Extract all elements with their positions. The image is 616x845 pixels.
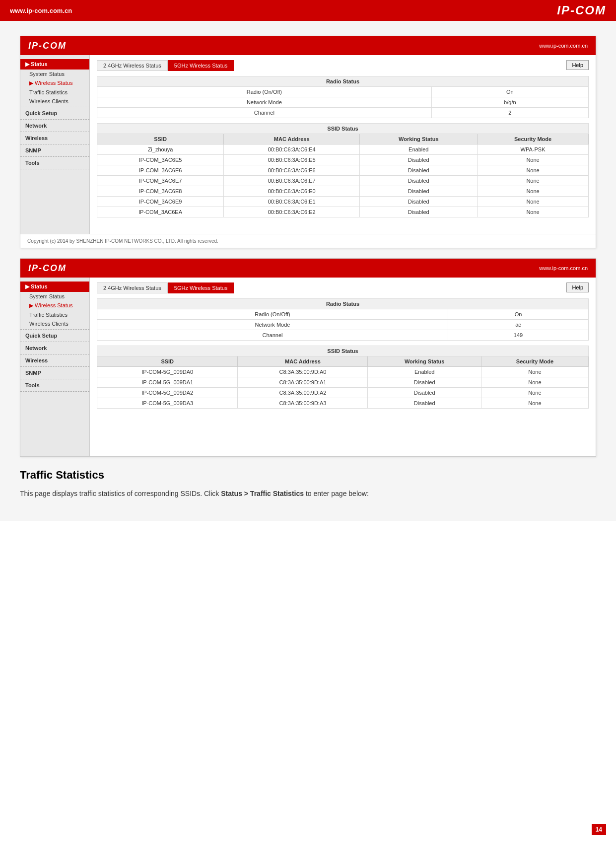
sidebar2-wireless[interactable]: Wireless <box>20 355 89 365</box>
panel2-sidebar: ▶ Status System Status ▶ Wireless Status… <box>20 278 90 456</box>
radio1-label-2: Network Mode <box>97 97 432 108</box>
panel2-radio-header: Radio Status <box>97 299 589 309</box>
tab2-5ghz[interactable]: 5GHz Wireless Status <box>168 282 234 293</box>
ssid1-6: IP-COM_3AC6E9 <box>97 197 224 207</box>
ws1-5: Disabled <box>360 186 478 197</box>
mac2-1: C8:3A:35:00:9D:A0 <box>238 367 368 377</box>
sidebar1-wireless-status[interactable]: ▶ Wireless Status <box>20 78 89 88</box>
radio2-value-2: ac <box>448 320 588 330</box>
panel1-col-mac: MAC Address <box>224 134 360 144</box>
sidebar2-system-status[interactable]: System Status <box>20 292 89 301</box>
radio2-value-3: 149 <box>448 330 588 341</box>
panel1-body: ▶ Status System Status ▶ Wireless Status… <box>20 55 596 234</box>
radio1-value-3: 2 <box>431 108 588 118</box>
sm2-3: None <box>481 388 588 398</box>
header-logo: IP-COM <box>557 3 606 17</box>
ws1-3: Disabled <box>360 165 478 176</box>
table-row: IP-COM_3AC6E8 00:B0:C6:3A:C6:E0 Disabled… <box>97 186 589 197</box>
panel1-col-security: Security Mode <box>478 134 589 144</box>
section-desc-prefix: This page displays traffic statistics of… <box>20 490 221 497</box>
panel1-tabs-row: 2.4GHz Wireless Status 5GHz Wireless Sta… <box>97 60 589 76</box>
sidebar2-quick-setup[interactable]: Quick Setup <box>20 331 89 341</box>
sidebar2-status[interactable]: ▶ Status <box>20 282 89 292</box>
sidebar2-tools[interactable]: Tools <box>20 380 89 390</box>
ws1-7: Disabled <box>360 207 478 217</box>
mac1-2: 00:B0:C6:3A:C6:E5 <box>224 155 360 165</box>
ssid1-3: IP-COM_3AC6E6 <box>97 165 224 176</box>
sm2-1: None <box>481 367 588 377</box>
mac1-5: 00:B0:C6:3A:C6:E0 <box>224 186 360 197</box>
ssid2-4: IP-COM-5G_009DA3 <box>97 398 238 409</box>
sidebar2-snmp[interactable]: SNMP <box>20 368 89 378</box>
router-panel-2: IP-COM www.ip-com.com.cn ▶ Status System… <box>20 258 596 457</box>
sidebar1-divider2 <box>20 119 89 120</box>
top-header: www.ip-com.com.cn IP-COM <box>0 0 616 21</box>
sidebar1-tools[interactable]: Tools <box>20 158 89 168</box>
ws2-1: Enabled <box>368 367 481 377</box>
panel2-radio-table: Radio Status Radio (On/Off) On Network M… <box>97 298 589 341</box>
sidebar1-wireless-clients[interactable]: Wireless Clients <box>20 97 89 106</box>
table-row: IP-COM_3AC6E7 00:B0:C6:3A:C6:E7 Disabled… <box>97 176 589 186</box>
sm1-1: WPA-PSK <box>478 144 589 155</box>
panel1-logo: IP-COM <box>28 41 67 51</box>
mac1-1: 00:B0:C6:3A:C6:E4 <box>224 144 360 155</box>
main-content: IP-COM www.ip-com.com.cn ▶ Status System… <box>0 21 616 521</box>
sidebar2-divider3 <box>20 354 89 354</box>
sidebar1-wireless[interactable]: Wireless <box>20 133 89 143</box>
sidebar1-traffic-stats[interactable]: Traffic Statistics <box>20 88 89 97</box>
panel2-content: 2.4GHz Wireless Status 5GHz Wireless Sta… <box>90 278 596 456</box>
panel2-tabs-row: 2.4GHz Wireless Status 5GHz Wireless Sta… <box>97 282 589 298</box>
sidebar2-divider6 <box>20 391 89 392</box>
mac1-4: 00:B0:C6:3A:C6:E7 <box>224 176 360 186</box>
ssid1-1: Zi_zhouya <box>97 144 224 155</box>
table-row: IP-COM_3AC6E5 00:B0:C6:3A:C6:E5 Disabled… <box>97 155 589 165</box>
ssid2-1: IP-COM-5G_009DA0 <box>97 367 238 377</box>
radio1-label-1: Radio (On/Off) <box>97 87 432 97</box>
radio1-label-3: Channel <box>97 108 432 118</box>
ws1-1: Enabled <box>360 144 478 155</box>
sm2-2: None <box>481 377 588 388</box>
section-title: Traffic Statistics <box>20 469 596 482</box>
panel1-col-ssid: SSID <box>97 134 224 144</box>
sidebar1-network[interactable]: Network <box>20 121 89 131</box>
sidebar2-network[interactable]: Network <box>20 343 89 353</box>
tab2-24ghz[interactable]: 2.4GHz Wireless Status <box>97 282 168 293</box>
panel2-ssid-table: SSID Status SSID MAC Address Working Sta… <box>97 346 589 409</box>
sidebar2-wireless-status[interactable]: ▶ Wireless Status <box>20 301 89 310</box>
panel1-help-btn[interactable]: Help <box>566 60 589 70</box>
sidebar2-divider4 <box>20 366 89 367</box>
sidebar1-status[interactable]: ▶ Status <box>20 59 89 70</box>
panel1-url: www.ip-com.com.cn <box>539 43 588 49</box>
sidebar2-divider2 <box>20 342 89 342</box>
ws2-2: Disabled <box>368 377 481 388</box>
ws1-6: Disabled <box>360 197 478 207</box>
panel2-help-btn[interactable]: Help <box>566 282 589 292</box>
mac1-7: 00:B0:C6:3A:C6:E2 <box>224 207 360 217</box>
sidebar2-traffic-stats[interactable]: Traffic Statistics <box>20 310 89 319</box>
panel2-col-working: Working Status <box>368 356 481 367</box>
radio1-value-2: b/g/n <box>431 97 588 108</box>
table-row: Zi_zhouya 00:B0:C6:3A:C6:E4 Enabled WPA-… <box>97 144 589 155</box>
sidebar1-quick-setup[interactable]: Quick Setup <box>20 108 89 118</box>
table-row: IP-COM-5G_009DA3 C8:3A:35:00:9D:A3 Disab… <box>97 398 589 409</box>
mac2-3: C8:3A:35:00:9D:A2 <box>238 388 368 398</box>
ssid1-5: IP-COM_3AC6E8 <box>97 186 224 197</box>
panel2-ssid-header: SSID Status <box>97 346 589 356</box>
table-row: IP-COM-5G_009DA0 C8:3A:35:00:9D:A0 Enabl… <box>97 367 589 377</box>
sidebar1-divider5 <box>20 156 89 157</box>
panel1-ssid-header: SSID Status <box>97 124 589 134</box>
sidebar1-system-status[interactable]: System Status <box>20 70 89 78</box>
tab1-24ghz[interactable]: 2.4GHz Wireless Status <box>97 60 168 71</box>
header-url: www.ip-com.com.cn <box>10 7 72 14</box>
ws2-4: Disabled <box>368 398 481 409</box>
sidebar2-wireless-clients[interactable]: Wireless Clients <box>20 319 89 328</box>
radio2-label-3: Channel <box>97 330 448 341</box>
panel2-col-security: Security Mode <box>481 356 588 367</box>
sidebar1-snmp[interactable]: SNMP <box>20 145 89 155</box>
panel1-col-working: Working Status <box>360 134 478 144</box>
sm1-5: None <box>478 186 589 197</box>
mac2-2: C8:3A:35:00:9D:A1 <box>238 377 368 388</box>
tab1-5ghz[interactable]: 5GHz Wireless Status <box>168 60 234 71</box>
ws1-4: Disabled <box>360 176 478 186</box>
panel1-content: 2.4GHz Wireless Status 5GHz Wireless Sta… <box>90 55 596 234</box>
